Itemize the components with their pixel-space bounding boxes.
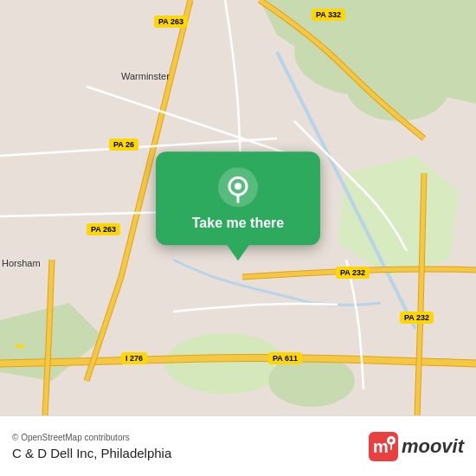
warminster-label: Warminster	[121, 71, 170, 81]
route-badge-pa332: PA 332	[312, 9, 345, 21]
route-badge-pa611	[16, 344, 24, 348]
route-badge-i276-left: I 276	[121, 352, 147, 364]
location-pin-icon	[218, 167, 258, 207]
map-view: PA 332 PA 263 PA 263 PA 26 PA 232 PA 232…	[0, 0, 476, 415]
svg-point-5	[164, 333, 286, 394]
route-badge-i276-right: PA 611	[268, 352, 302, 364]
bottom-bar: © OpenStreetMap contributors C & D Dell …	[0, 415, 476, 476]
route-badge-pa263-mid: PA 263	[87, 223, 120, 235]
horsham-label: Horsham	[2, 258, 41, 268]
popup-label: Take me there	[192, 215, 284, 231]
route-badge-pa132: PA 232	[336, 267, 370, 279]
location-popup[interactable]: Take me there	[156, 151, 320, 245]
moovit-logo-icon: m	[369, 432, 398, 461]
route-badge-pa26: PA 26	[109, 138, 138, 151]
location-name: C & D Dell Inc, Philadelphia	[12, 446, 171, 460]
moovit-logo[interactable]: m moovit	[369, 432, 464, 461]
svg-point-15	[389, 439, 393, 442]
route-badge-pa232a: PA 232	[400, 312, 434, 324]
svg-point-10	[235, 183, 241, 190]
svg-text:m: m	[373, 437, 389, 456]
moovit-text: moovit	[402, 435, 464, 458]
location-info: © OpenStreetMap contributors C & D Dell …	[12, 433, 171, 460]
route-badge-pa263-top: PA 263	[154, 16, 188, 28]
attribution: © OpenStreetMap contributors	[12, 433, 171, 442]
